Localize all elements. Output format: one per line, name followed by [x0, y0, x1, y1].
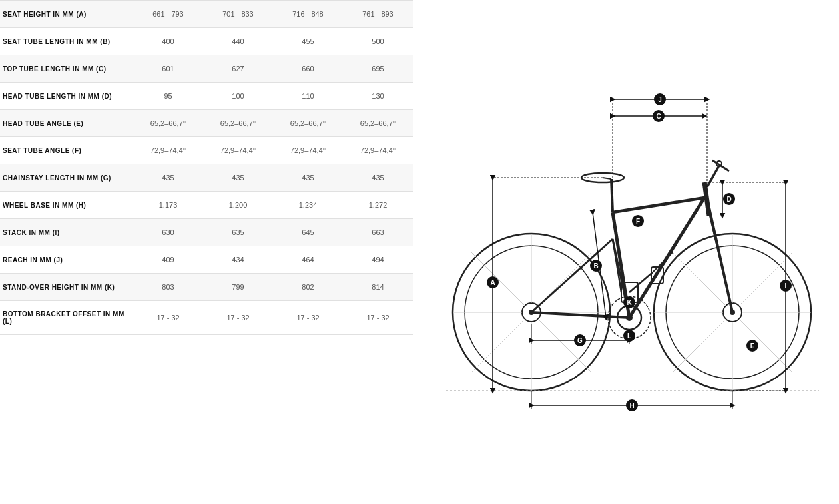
spec-value-l: 716 - 848 — [273, 1, 343, 28]
svg-text:K: K — [627, 299, 632, 306]
geometry-table: SEAT HEIGHT IN MM (A)661 - 793701 - 8337… — [0, 0, 413, 335]
spec-value-s: 65,2–66,7° — [133, 110, 203, 137]
spec-value-l: 65,2–66,7° — [273, 110, 343, 137]
svg-text:F: F — [636, 218, 640, 225]
spec-label: SEAT TUBE ANGLE (F) — [0, 137, 133, 164]
spec-value-m: 635 — [203, 219, 273, 246]
table-row: REACH IN MM (J)409434464494 — [0, 246, 413, 274]
spec-label: STACK IN MM (I) — [0, 219, 133, 246]
table-row: STACK IN MM (I)630635645663 — [0, 219, 413, 246]
spec-label: SEAT HEIGHT IN MM (A) — [0, 1, 133, 28]
spec-value-s: 661 - 793 — [133, 1, 203, 28]
spec-value-m: 627 — [203, 55, 273, 83]
spec-value-xl: 761 - 893 — [343, 1, 413, 28]
spec-value-m: 701 - 833 — [203, 1, 273, 28]
spec-value-s: 95 — [133, 83, 203, 110]
spec-value-m: 1.200 — [203, 192, 273, 219]
table-row: STAND-OVER HEIGHT IN MM (K)803799802814 — [0, 274, 413, 301]
spec-value-l: 17 - 32 — [273, 301, 343, 335]
spec-value-l: 435 — [273, 164, 343, 192]
spec-value-l: 110 — [273, 83, 343, 110]
table-row: SEAT TUBE ANGLE (F)72,9–74,4°72,9–74,4°7… — [0, 137, 413, 164]
spec-table-section: SEAT HEIGHT IN MM (A)661 - 793701 - 8337… — [0, 0, 413, 504]
spec-value-l: 72,9–74,4° — [273, 137, 343, 164]
spec-value-xl: 17 - 32 — [343, 301, 413, 335]
spec-label: HEAD TUBE ANGLE (E) — [0, 110, 133, 137]
spec-value-xl: 494 — [343, 246, 413, 274]
table-row: CHAINSTAY LENGTH IN MM (G)435435435435 — [0, 164, 413, 192]
spec-value-l: 645 — [273, 219, 343, 246]
spec-value-l: 1.234 — [273, 192, 343, 219]
spec-value-l: 660 — [273, 55, 343, 83]
spec-label: HEAD TUBE LENGTH IN MM (D) — [0, 83, 133, 110]
svg-text:L: L — [627, 332, 631, 340]
spec-value-xl: 695 — [343, 55, 413, 83]
bike-diagram-section: J C D I H G A B — [413, 0, 839, 504]
spec-value-s: 400 — [133, 28, 203, 55]
table-row: SEAT TUBE LENGTH IN MM (B)400440455500 — [0, 28, 413, 55]
spec-label: REACH IN MM (J) — [0, 246, 133, 274]
spec-label: TOP TUBE LENGTH IN MM (C) — [0, 55, 133, 83]
spec-value-l: 455 — [273, 28, 343, 55]
svg-text:G: G — [577, 337, 583, 344]
spec-value-s: 409 — [133, 246, 203, 274]
spec-label: SEAT TUBE LENGTH IN MM (B) — [0, 28, 133, 55]
svg-text:E: E — [750, 342, 755, 350]
spec-value-m: 72,9–74,4° — [203, 137, 273, 164]
table-row: HEAD TUBE LENGTH IN MM (D)95100110130 — [0, 83, 413, 110]
spec-value-xl: 1.272 — [343, 192, 413, 219]
spec-value-m: 17 - 32 — [203, 301, 273, 335]
spec-value-l: 464 — [273, 246, 343, 274]
spec-value-m: 100 — [203, 83, 273, 110]
spec-value-m: 434 — [203, 246, 273, 274]
spec-value-s: 72,9–74,4° — [133, 137, 203, 164]
svg-text:J: J — [658, 96, 662, 103]
spec-value-xl: 65,2–66,7° — [343, 110, 413, 137]
svg-text:C: C — [656, 113, 661, 120]
spec-value-xl: 663 — [343, 219, 413, 246]
spec-label: WHEEL BASE IN MM (H) — [0, 192, 133, 219]
spec-value-xl: 72,9–74,4° — [343, 137, 413, 164]
table-row: SEAT HEIGHT IN MM (A)661 - 793701 - 8337… — [0, 1, 413, 28]
table-row: HEAD TUBE ANGLE (E)65,2–66,7°65,2–66,7°6… — [0, 110, 413, 137]
spec-value-s: 601 — [133, 55, 203, 83]
spec-value-l: 802 — [273, 274, 343, 301]
spec-value-xl: 500 — [343, 28, 413, 55]
svg-text:B: B — [593, 262, 598, 270]
table-row: WHEEL BASE IN MM (H)1.1731.2001.2341.272 — [0, 192, 413, 219]
table-row: TOP TUBE LENGTH IN MM (C)601627660695 — [0, 55, 413, 83]
svg-text:I: I — [785, 282, 787, 290]
table-row: BOTTOM BRACKET OFFSET IN MM (L)17 - 3217… — [0, 301, 413, 335]
spec-value-m: 799 — [203, 274, 273, 301]
spec-label: BOTTOM BRACKET OFFSET IN MM (L) — [0, 301, 133, 335]
spec-value-xl: 814 — [343, 274, 413, 301]
spec-value-s: 630 — [133, 219, 203, 246]
spec-value-m: 65,2–66,7° — [203, 110, 273, 137]
svg-text:D: D — [726, 196, 731, 203]
svg-text:A: A — [490, 279, 495, 286]
svg-text:H: H — [629, 402, 634, 409]
spec-label: STAND-OVER HEIGHT IN MM (K) — [0, 274, 133, 301]
spec-value-s: 435 — [133, 164, 203, 192]
spec-value-m: 435 — [203, 164, 273, 192]
spec-label: CHAINSTAY LENGTH IN MM (G) — [0, 164, 133, 192]
spec-value-xl: 435 — [343, 164, 413, 192]
spec-value-xl: 130 — [343, 83, 413, 110]
bike-diagram: J C D I H G A B — [433, 79, 819, 425]
spec-value-s: 17 - 32 — [133, 301, 203, 335]
spec-value-s: 803 — [133, 274, 203, 301]
spec-value-s: 1.173 — [133, 192, 203, 219]
spec-value-m: 440 — [203, 28, 273, 55]
